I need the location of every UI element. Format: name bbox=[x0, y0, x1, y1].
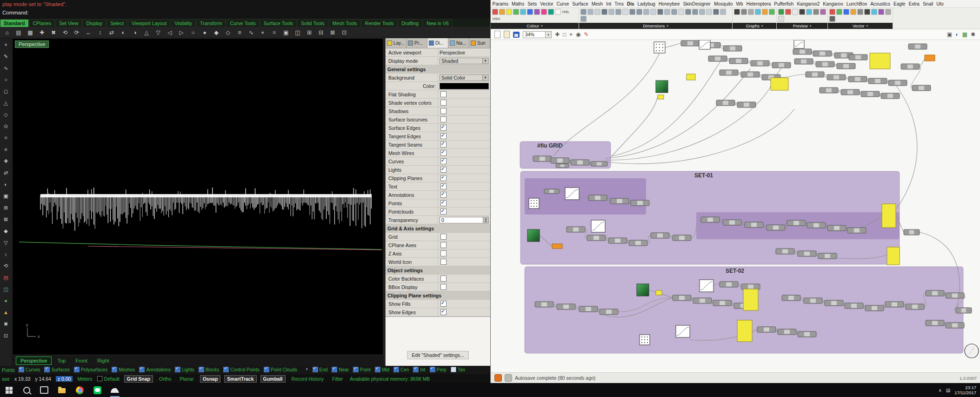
vector-icon-2[interactable] bbox=[843, 9, 849, 15]
side-tool-icon-22[interactable]: ● bbox=[2, 297, 10, 304]
target-icon[interactable]: ⌖ bbox=[569, 31, 573, 38]
dropdown-3[interactable]: Solid Color▾ bbox=[440, 74, 489, 81]
toolbar-icon-14[interactable]: ◁ bbox=[166, 28, 174, 37]
checkbox-show-fills[interactable] bbox=[440, 301, 447, 307]
gh-cluster-icon[interactable] bbox=[505, 374, 512, 382]
colour-icon-5[interactable] bbox=[527, 9, 533, 15]
checkbox-color-backfaces[interactable] bbox=[440, 276, 447, 282]
toolbar-icon-20[interactable]: ≡ bbox=[235, 28, 244, 37]
toolbar-icon-24[interactable]: ▣ bbox=[282, 28, 290, 37]
units-pane[interactable]: Meters bbox=[77, 376, 92, 382]
gh-panel-yellow[interactable] bbox=[887, 247, 900, 265]
side-tool-icon-7[interactable]: ⊙ bbox=[2, 122, 10, 130]
graphs-icon-3[interactable] bbox=[755, 9, 761, 15]
graphs-icon-4[interactable] bbox=[762, 9, 768, 15]
tray-expand-icon[interactable]: ∧ bbox=[938, 388, 941, 393]
side-tool-icon-17[interactable]: ▽ bbox=[2, 239, 10, 246]
toolbar-icon-3[interactable]: ✚ bbox=[38, 28, 46, 37]
checkbox-mesh-wires[interactable] bbox=[440, 150, 447, 156]
checkbox-flat-shading[interactable] bbox=[440, 91, 447, 97]
toolbar-tab-curve-tools[interactable]: Curve Tools bbox=[226, 19, 259, 27]
layer-pane[interactable]: Default bbox=[104, 376, 120, 382]
filter-curves[interactable]: Curves bbox=[19, 367, 40, 372]
osnap-perp[interactable]: Perp bbox=[430, 367, 447, 372]
side-tool-icon-5[interactable]: △ bbox=[2, 99, 10, 107]
checkbox-cplane-axes[interactable] bbox=[440, 242, 447, 248]
side-tool-icon-8[interactable]: ⌗ bbox=[2, 134, 10, 141]
toolbar-icon-29[interactable]: ⊡ bbox=[340, 28, 348, 37]
side-tool-icon-20[interactable]: ▤ bbox=[2, 274, 10, 281]
osnap-checkbox[interactable] bbox=[332, 367, 337, 372]
toolbar-icon-5[interactable]: ⟲ bbox=[61, 28, 69, 37]
gh-tab-kangaroo[interactable]: Kangaroo bbox=[821, 1, 845, 7]
chevron-down-icon[interactable]: ▾ bbox=[482, 75, 488, 81]
ribbon-group-label[interactable]: Vector▾ bbox=[828, 23, 893, 29]
gh-tab-surface[interactable]: Surface bbox=[571, 1, 590, 7]
gh-tab-dis[interactable]: Dis bbox=[625, 1, 636, 7]
toolbar-tab-drafting[interactable]: Drafting bbox=[398, 19, 422, 27]
side-tool-icon-24[interactable]: ✖ bbox=[2, 320, 10, 328]
colour-icon-4[interactable] bbox=[520, 9, 526, 15]
side-tool-icon-23[interactable]: ▲ bbox=[2, 309, 10, 316]
toggle-gumball[interactable]: Gumball bbox=[260, 375, 286, 383]
side-tool-icon-13[interactable]: ▣ bbox=[2, 192, 10, 200]
osnap-cen[interactable]: Cen bbox=[393, 367, 409, 372]
toolbar-icon-26[interactable]: ⊞ bbox=[305, 28, 313, 37]
dimensions-icon-4[interactable] bbox=[608, 9, 614, 15]
checkbox-clipping-planes[interactable] bbox=[440, 175, 447, 181]
osnap-checkbox[interactable] bbox=[451, 367, 456, 372]
gh-panel-yellow[interactable] bbox=[743, 289, 758, 310]
save-icon[interactable] bbox=[513, 32, 520, 38]
side-tool-icon-3[interactable]: ○ bbox=[2, 76, 10, 83]
vector-icon-1[interactable] bbox=[836, 9, 842, 15]
side-tool-icon-6[interactable]: ◇ bbox=[2, 111, 10, 118]
file-explorer-button[interactable] bbox=[53, 383, 71, 397]
dimensions-icon-3[interactable] bbox=[601, 9, 607, 15]
dimensions-icon-18[interactable] bbox=[706, 9, 712, 15]
gh-tab-maths[interactable]: Maths bbox=[510, 1, 526, 7]
gh-panel-yellow[interactable] bbox=[658, 95, 664, 99]
gh-tab-sets[interactable]: Sets bbox=[526, 1, 539, 7]
side-tool-icon-21[interactable]: ◫ bbox=[2, 285, 10, 293]
vector-icon-5[interactable] bbox=[864, 9, 870, 15]
gh-file-icon[interactable] bbox=[494, 374, 502, 382]
checkbox-world-icon[interactable] bbox=[440, 259, 447, 265]
eye-icon[interactable]: ◉ bbox=[576, 31, 580, 38]
toolbar-icon-8[interactable]: ↕ bbox=[96, 28, 104, 37]
toolbar-icon-1[interactable]: ▤ bbox=[14, 28, 23, 37]
side-tool-icon-1[interactable]: ✎ bbox=[2, 53, 10, 60]
gh-tab-wb[interactable]: Wb bbox=[734, 1, 745, 7]
vector-icon-4[interactable] bbox=[857, 9, 863, 15]
gh-image-node[interactable] bbox=[527, 229, 540, 242]
gh-tab-ladybug[interactable]: Ladybug bbox=[636, 1, 657, 7]
edit-display-settings-button[interactable]: Edit "Shaded" settings... bbox=[407, 351, 469, 359]
panel-tab-di[interactable]: Di... bbox=[427, 38, 448, 48]
gh-tab-eagle[interactable]: Eagle bbox=[892, 1, 907, 7]
gh-panel-yellow[interactable] bbox=[687, 74, 695, 80]
panel-tab-sun[interactable]: Sun bbox=[469, 38, 490, 48]
dimensions-icon-10[interactable] bbox=[650, 9, 656, 15]
side-tool-icon-19[interactable]: ⟲ bbox=[2, 262, 10, 269]
dimensions-icon-12[interactable] bbox=[664, 9, 670, 15]
preview-icon-7[interactable] bbox=[778, 16, 784, 22]
gh-tab-curve[interactable]: Curve bbox=[555, 1, 571, 7]
gh-panel-orange[interactable] bbox=[552, 244, 562, 249]
spinner-arrows[interactable]: ▲▼ bbox=[483, 217, 488, 223]
toggle-osnap[interactable]: Osnap bbox=[200, 375, 221, 383]
toolbar-tab-select[interactable]: Select bbox=[107, 19, 127, 27]
gh-tab-heteroptera[interactable]: Heteroptera bbox=[745, 1, 773, 7]
colour-icon-1[interactable] bbox=[499, 9, 505, 15]
gh-panel-yellow[interactable] bbox=[656, 290, 662, 295]
gh-tab-params[interactable]: Params bbox=[491, 1, 510, 7]
osnap-checkbox[interactable] bbox=[353, 367, 359, 372]
cplane-pane[interactable]: ase bbox=[2, 376, 10, 382]
line-app-button[interactable] bbox=[88, 383, 106, 397]
filter-checkbox[interactable] bbox=[19, 367, 24, 372]
dimensions-icon-15[interactable] bbox=[685, 9, 691, 15]
filter-checkbox[interactable] bbox=[199, 367, 204, 372]
graphs-icon-1[interactable] bbox=[741, 9, 747, 15]
toolbar-tab-mesh-tools[interactable]: Mesh Tools bbox=[329, 19, 361, 27]
toolbar-icon-15[interactable]: ▷ bbox=[177, 28, 186, 37]
filter-annotations[interactable]: Annotations bbox=[139, 367, 171, 372]
filter-control-points[interactable]: Control Points bbox=[223, 367, 260, 372]
